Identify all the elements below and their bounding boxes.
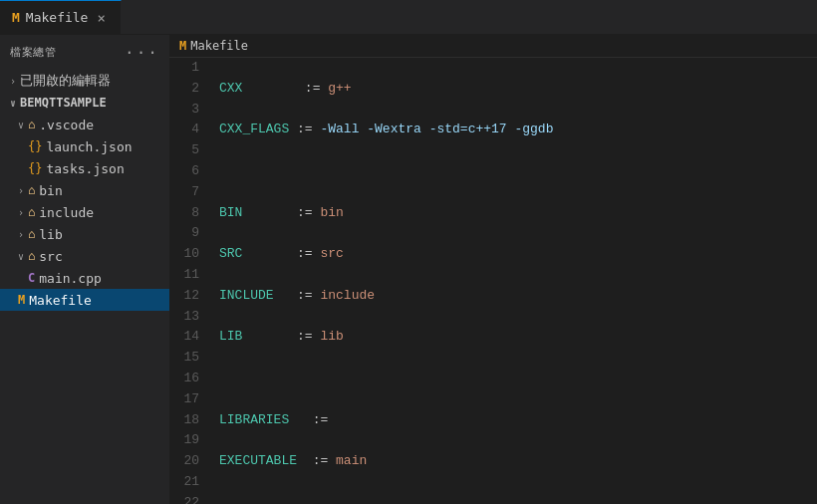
json-icon: {} <box>28 139 42 153</box>
sidebar: 檔案總管 ··· › 已開啟的編輯器 ∨ BEMQTTSAMPLE ∨ ⌂ .v… <box>0 35 169 504</box>
launch-json-label: launch.json <box>46 139 132 154</box>
code-line-5: SRC := src <box>219 244 817 265</box>
tasks-json-label: tasks.json <box>46 161 124 176</box>
breadcrumb: M Makefile <box>169 35 817 58</box>
src-folder-label: src <box>39 249 62 264</box>
breadcrumb-label: Makefile <box>190 39 248 53</box>
sidebar-item-makefile[interactable]: M Makefile <box>0 289 169 311</box>
vscode-folder-label: .vscode <box>39 118 94 132</box>
code-line-8 <box>219 369 817 389</box>
code-line-1: CXX := g++ <box>219 79 817 100</box>
open-editors-label: 已開啟的編輯器 <box>20 72 111 90</box>
sidebar-open-editors[interactable]: › 已開啟的編輯器 <box>0 70 169 92</box>
breadcrumb-icon: M <box>179 39 186 53</box>
json-icon: {} <box>28 161 42 175</box>
folder-icon: ⌂ <box>28 227 35 241</box>
makefile-label: Makefile <box>29 293 92 308</box>
sidebar-item-src[interactable]: ∨ ⌂ src <box>0 245 169 267</box>
code-line-3 <box>219 161 817 182</box>
main-area: 檔案總管 ··· › 已開啟的編輯器 ∨ BEMQTTSAMPLE ∨ ⌂ .v… <box>0 35 817 504</box>
sidebar-item-launch-json[interactable]: {} launch.json <box>0 135 169 157</box>
folder-icon: ⌂ <box>28 118 35 131</box>
chevron-right-icon: › <box>18 185 24 196</box>
chevron-down-icon: ∨ <box>10 98 16 109</box>
code-editor[interactable]: CXX := g++ CXX_FLAGS := -Wall -Wextra -s… <box>209 58 817 504</box>
editor-content[interactable]: 1 2 3 4 5 6 7 8 9 10 11 12 13 14 15 16 1… <box>169 58 817 504</box>
chevron-right-icon: › <box>10 76 16 87</box>
sidebar-item-bin[interactable]: › ⌂ bin <box>0 179 169 201</box>
chevron-right-icon: › <box>18 229 24 240</box>
sidebar-section: › 已開啟的編輯器 ∨ BEMQTTSAMPLE ∨ ⌂ .vscode {} … <box>0 70 169 311</box>
sidebar-title: 檔案總管 <box>10 45 56 60</box>
chevron-down-icon: ∨ <box>18 251 24 262</box>
folder-icon: ⌂ <box>28 183 35 197</box>
sidebar-item-vscode[interactable]: ∨ ⌂ .vscode <box>0 114 169 135</box>
editor-area: M Makefile 1 2 3 4 5 6 7 8 9 10 11 12 13… <box>169 35 817 504</box>
code-line-6: INCLUDE := include <box>219 286 817 307</box>
lib-folder-label: lib <box>39 227 62 242</box>
code-line-2: CXX_FLAGS := -Wall -Wextra -std=c++17 -g… <box>219 120 817 140</box>
sidebar-header: 檔案總管 ··· <box>0 35 169 70</box>
bin-folder-label: bin <box>39 183 62 198</box>
tab-makefile-label: Makefile <box>26 10 89 25</box>
sidebar-menu-button[interactable]: ··· <box>125 43 159 62</box>
sidebar-project-root[interactable]: ∨ BEMQTTSAMPLE <box>0 92 169 114</box>
folder-icon: ⌂ <box>28 205 35 219</box>
code-line-10: EXECUTABLE := main <box>219 451 817 472</box>
tab-makefile[interactable]: M Makefile × <box>0 0 122 34</box>
code-line-7: LIB := lib <box>219 327 817 348</box>
chevron-down-icon: ∨ <box>18 120 24 130</box>
cpp-icon: C <box>28 271 35 285</box>
code-line-4: BIN := bin <box>219 203 817 224</box>
project-label: BEMQTTSAMPLE <box>20 96 107 110</box>
sidebar-item-include[interactable]: › ⌂ include <box>0 201 169 223</box>
tab-bar: M Makefile × <box>0 0 817 35</box>
sidebar-item-tasks-json[interactable]: {} tasks.json <box>0 157 169 179</box>
main-cpp-label: main.cpp <box>39 271 102 286</box>
folder-icon: ⌂ <box>28 249 35 263</box>
line-numbers: 1 2 3 4 5 6 7 8 9 10 11 12 13 14 15 16 1… <box>169 58 209 504</box>
chevron-right-icon: › <box>18 207 24 218</box>
sidebar-item-lib[interactable]: › ⌂ lib <box>0 223 169 245</box>
code-line-9: LIBRARIES := <box>219 410 817 431</box>
makefile-icon: M <box>18 293 25 307</box>
include-folder-label: include <box>39 205 94 220</box>
sidebar-item-main-cpp[interactable]: C main.cpp <box>0 267 169 289</box>
code-line-11 <box>219 493 817 504</box>
tab-close-button[interactable]: × <box>94 9 108 27</box>
makefile-tab-icon: M <box>12 10 20 25</box>
